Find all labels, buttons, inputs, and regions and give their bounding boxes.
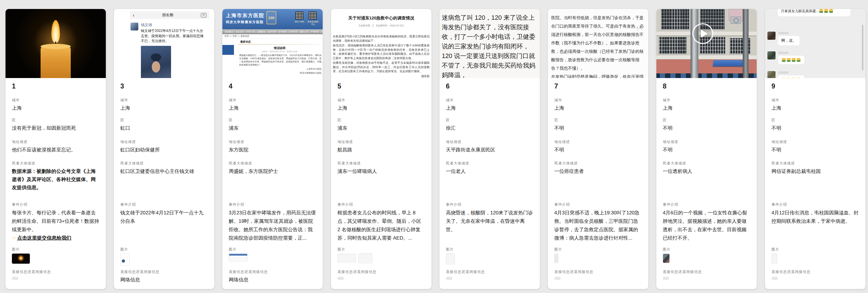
field-label-district: 区: [229, 118, 316, 122]
nav-item[interactable]: 国际交流: [299, 30, 310, 33]
pray-emoji-icon: [824, 9, 828, 13]
card-fields: 1 城市上海 区没有死于新冠，却因新冠而死 地址描述他们不应该被漠视甚至忘记。 …: [5, 82, 106, 287]
weibo-text-screenshot[interactable]: 医院。当时有些低烧，但是发热门诊在消杀，于是在门口的黑夜里等待了很久。可是由于有…: [548, 9, 648, 78]
record-card-1[interactable]: 1 城市上海 区没有死于新冠，却因新冠而死 地址描述他们不应该被漠视甚至忘记。 …: [5, 9, 106, 289]
nav-item[interactable]: 名医名家: [235, 30, 245, 33]
field-label-deceased: 死者大体描述: [663, 161, 750, 166]
thumbnail-row: [771, 254, 859, 264]
nav-item[interactable]: 医学教育: [277, 30, 288, 33]
qr-code: [296, 11, 303, 20]
record-card-9[interactable]: 只有其女儿眼见其病逝...啊，这。 9 城市上海 区不明 地址描述不明 死者大体…: [765, 9, 866, 289]
video-frame-building[interactable]: [656, 9, 757, 78]
camera-icon[interactable]: [201, 13, 207, 18]
moments-post: 钱文雄钱文雄于2022年4月12日下午一点十九分去世。疫情期间一切从简。家属目前…: [130, 23, 209, 78]
air-conditioner: [731, 17, 741, 24]
image-thumbnail[interactable]: [771, 254, 777, 264]
moments-title: 朋友圈: [162, 12, 174, 18]
document-paragraph: 在航昌路376弄小区120急救医生未向求救患者施救的情况，我委立即连夜启动调查，…: [333, 34, 430, 43]
wechat-moments-screenshot[interactable]: ‹朋友圈钱文雄钱文雄于2022年4月12日下午一点十九分去世。疫情期间一切从简。…: [114, 9, 214, 78]
record-card-8[interactable]: 8 城市上海 区不明 地址描述不明 死者大体描述一位透析病人 事件介绍4月6日的…: [656, 9, 757, 289]
card-title: 9: [771, 82, 859, 90]
post-photo: [141, 46, 171, 78]
field-city-value: 上海: [663, 104, 750, 112]
announcement-meta: 发表于：2022/3/25 2:41:41 有253人阅读: [238, 51, 321, 53]
field-label-district: 区: [120, 118, 208, 122]
play-button-icon[interactable]: [692, 23, 713, 44]
field-label-district: 区: [663, 118, 750, 122]
image-thumbnail[interactable]: [554, 254, 558, 263]
chat-bubble: 只有其女儿眼见其病逝...: [778, 9, 850, 16]
gallery-board: 1 城市上海 区没有死于新冠，却因新冠而死 地址描述他们不应该被漠视甚至忘记。 …: [0, 0, 868, 293]
info-type-slot: [446, 277, 533, 280]
candle-body: [40, 46, 71, 78]
pray-emoji-icon: [829, 9, 833, 13]
thumbnail-row: [446, 254, 533, 265]
nav-item[interactable]: 医学研究: [288, 30, 299, 33]
field-address-value: 不明: [771, 146, 859, 154]
field-label-address: 地址描述: [771, 140, 859, 144]
record-card-7[interactable]: 医院。当时有些低烧，但是发热门诊在消杀，于是在门口的黑夜里等待了很久。可是由于有…: [548, 9, 649, 289]
field-label-images: 图片: [663, 247, 750, 252]
hospital-website-screenshot[interactable]: 上海市东方医院同济大学附属东方医院100微信二维码患者移动服务平台医院概况名医名…: [222, 9, 323, 78]
field-city-value: 上海: [229, 104, 316, 112]
nav-item[interactable]: 党建园地: [256, 30, 267, 33]
announcement-body: 周盛妮为我院护士，一直在院内从事护理相关工作。3月23日在家中哮喘发作，用药后无…: [239, 54, 321, 75]
image-thumbnail[interactable]: [663, 254, 670, 263]
field-label-images: 图片: [771, 247, 859, 252]
image-thumbnail[interactable]: [12, 254, 30, 264]
thumbnail-row: [229, 254, 316, 262]
wechat-group-chat-screenshot[interactable]: 只有其女儿眼见其病逝...啊，这。: [765, 9, 865, 78]
field-district-value: 没有死于新冠，却因新冠而死: [12, 124, 99, 132]
record-card-5[interactable]: 关于对浦东120急救中心的调查情况【信息来源：】【信息时间：2022-03-31…: [331, 9, 432, 289]
field-label-event: 事件介绍: [337, 203, 425, 207]
chat-message-text: 只有其女儿眼见其病逝...: [781, 9, 819, 13]
nav-item[interactable]: 医务社工: [320, 30, 323, 33]
record-card-4[interactable]: 上海市东方医院同济大学附属东方医院100微信二维码患者移动服务平台医院概况名医名…: [222, 9, 323, 289]
field-label-address: 地址描述: [446, 140, 533, 144]
hospital-name: 上海市东方医院: [226, 12, 265, 19]
nav-item[interactable]: 医院概况: [224, 30, 235, 33]
chat-col: 啊，这。: [778, 32, 800, 45]
field-deceased-value: 网信证券副总裁韦桂国: [771, 167, 859, 176]
empty-value-pill: [554, 277, 561, 280]
record-card-6[interactable]: 迷病危了叫 120，120 来了说全上海发热门诊都关了，没有医院接收，打了一个多…: [439, 9, 540, 289]
site-header: 上海市东方医院同济大学附属东方医院100微信二维码患者移动服务平台: [222, 9, 323, 29]
field-label-city: 城市: [120, 98, 208, 102]
submit-info-link[interactable]: 点击这里提交信息给我们: [17, 235, 71, 241]
candle-photo[interactable]: [5, 9, 106, 78]
image-thumbnail[interactable]: [446, 254, 455, 265]
image-thumbnail[interactable]: [337, 254, 356, 263]
field-event-value: 高烧昏迷，核酸阴，120来了说发热门诊关了。无奈在家中降温，在昏迷中离世。: [446, 209, 533, 234]
pray-emoji-icon: [782, 58, 786, 62]
info-type-slot: [12, 277, 99, 280]
field-label-info-type: 直接信息还是间接信息: [554, 270, 642, 274]
qr-code: [309, 11, 317, 20]
nav-item[interactable]: 医政管理: [267, 30, 277, 33]
info-type-slot: [771, 277, 859, 280]
blue-awning: [713, 60, 746, 66]
document-meta: 【信息来源：】【信息时间：2022-03-31】: [333, 24, 430, 28]
back-chevron-icon[interactable]: ‹: [133, 13, 134, 18]
qr-caption: 微信二维码: [293, 21, 306, 23]
pray-emoji-icon: [792, 58, 796, 62]
image-thumbnail[interactable]: [120, 254, 130, 266]
text-screenshot[interactable]: 迷病危了叫 120，120 来了说全上海发热门诊都关了，没有医院接收，打了一个多…: [439, 9, 540, 78]
record-card-3[interactable]: ‹朋友圈钱文雄钱文雄于2022年4月12日下午一点十九分去世。疫情期间一切从简。…: [114, 9, 215, 289]
image-thumbnail[interactable]: [358, 254, 372, 263]
pray-emoji-icon: [819, 9, 823, 13]
nav-item[interactable]: 护理风采: [310, 30, 320, 33]
image-thumbnail[interactable]: [229, 254, 248, 262]
nav-item[interactable]: 科室介绍: [245, 30, 256, 33]
field-label-district: 区: [771, 118, 859, 122]
storefront: [656, 74, 757, 78]
field-label-city: 城市: [446, 98, 533, 102]
field-event-value: 根据患者女儿公布的时间线，早上 8 点，其父哮喘发作、晕倒。随后，小区 2 名做…: [337, 209, 425, 242]
field-label-images: 图片: [229, 247, 316, 252]
field-address-value: 东方医院: [229, 146, 316, 154]
scrollbar[interactable]: [862, 25, 863, 70]
investigation-notice-screenshot[interactable]: 关于对浦东120急救中心的调查情况【信息来源：】【信息时间：2022-03-31…: [331, 9, 431, 78]
field-label-info-type: 直接信息还是间接信息: [12, 270, 99, 274]
info-type-slot: [663, 277, 750, 280]
card-title: 8: [663, 82, 750, 90]
field-label-images: 图片: [554, 247, 642, 252]
